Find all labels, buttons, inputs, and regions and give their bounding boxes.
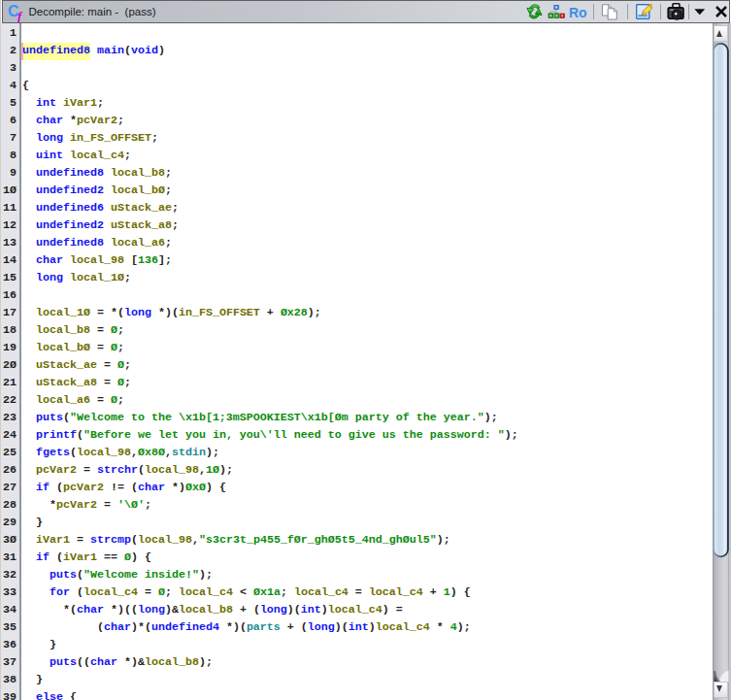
svg-text:f: f bbox=[17, 9, 23, 23]
